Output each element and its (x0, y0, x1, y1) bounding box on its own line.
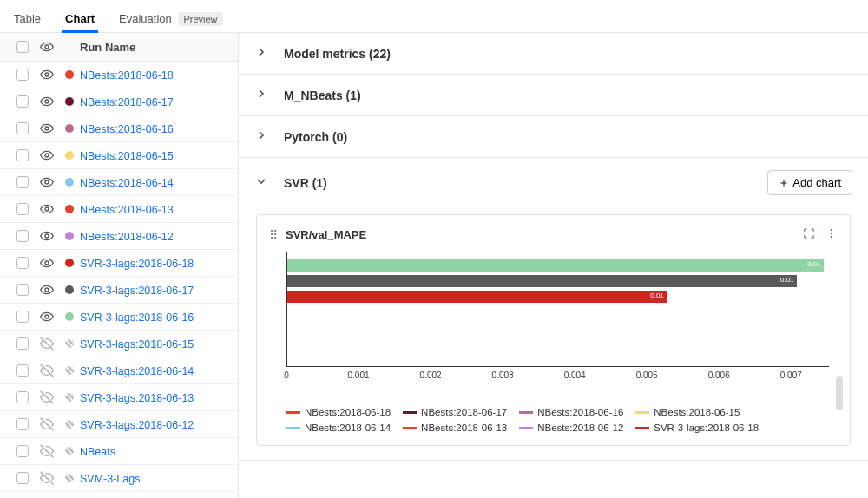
run-name-link[interactable]: SVR-3-lags:2018-06-17 (80, 285, 194, 297)
run-name-link[interactable]: NBests:2018-06-13 (80, 204, 174, 216)
run-name-link[interactable]: SVR-3-lags:2018-06-12 (80, 419, 194, 431)
visibility-toggle[interactable] (35, 390, 59, 404)
fullscreen-icon[interactable] (803, 227, 815, 242)
section-header[interactable]: SVR (1) Add chart (239, 158, 868, 207)
svg-point-7 (45, 234, 49, 238)
run-checkbox[interactable] (16, 257, 29, 269)
run-name-link[interactable]: NBests:2018-06-15 (80, 150, 174, 162)
run-name-link[interactable]: NBests:2018-06-18 (80, 69, 174, 82)
run-checkbox[interactable] (16, 176, 29, 188)
run-name-link[interactable]: SVR-3-lags:2018-06-13 (80, 392, 194, 404)
svg-point-15 (831, 236, 832, 238)
run-checkbox[interactable] (16, 203, 29, 215)
run-name-link[interactable]: SVM-3-Lags (80, 473, 140, 485)
more-menu-icon[interactable] (825, 227, 838, 242)
visibility-toggle[interactable] (35, 229, 59, 243)
run-checkbox[interactable] (16, 391, 29, 403)
run-checkbox[interactable] (16, 337, 29, 350)
tab-table[interactable]: Table (10, 7, 44, 32)
run-row: NBests:2018-06-16 (0, 115, 238, 142)
section-header[interactable]: Pytorch (0) (239, 116, 868, 157)
legend-item: NBests:2018-06-16 (519, 407, 623, 417)
run-checkbox[interactable] (16, 418, 29, 430)
axis-tick: 0.004 (564, 370, 586, 380)
legend-item: NBests:2018-06-14 (286, 423, 391, 433)
run-checkbox[interactable] (16, 311, 29, 323)
legend-label: NBests:2018-06-17 (421, 407, 507, 417)
visibility-toggle[interactable] (35, 364, 59, 377)
run-name-link[interactable]: SVR-3-lags:2018-06-16 (80, 311, 194, 324)
run-checkbox[interactable] (16, 472, 29, 484)
run-checkbox[interactable] (16, 122, 29, 134)
add-chart-button[interactable]: Add chart (767, 170, 852, 195)
legend-item: SVR-3-lags:2018-06-18 (635, 423, 759, 433)
visibility-toggle[interactable] (35, 202, 59, 216)
run-name-link[interactable]: NBests:2018-06-14 (80, 177, 174, 189)
visibility-toggle[interactable] (35, 175, 59, 189)
run-row: SVR-3-lags:2018-06-15 (0, 331, 238, 357)
legend-label: SVR-3-lags:2018-06-18 (654, 423, 759, 433)
run-checkbox[interactable] (16, 69, 29, 81)
chart-legend: NBests:2018-06-18 NBests:2018-06-17 NBes… (286, 407, 829, 433)
run-name-link[interactable]: SVR-3-lags:2018-06-18 (80, 258, 194, 270)
visibility-toggle[interactable] (35, 68, 59, 82)
section-header[interactable]: Model metrics (22) (239, 33, 868, 74)
run-name-link[interactable]: NBests:2018-06-16 (80, 123, 174, 135)
run-checkbox[interactable] (16, 445, 29, 457)
legend-item: NBests:2018-06-12 (519, 423, 623, 433)
run-row: NBests:2018-06-12 (0, 223, 238, 250)
visibility-toggle[interactable] (35, 310, 59, 324)
section-header[interactable]: M_NBeats (1) (239, 75, 868, 115)
visibility-toggle[interactable] (35, 283, 59, 297)
run-name-link[interactable]: SVR-3-lags:2018-06-14 (80, 365, 194, 377)
visibility-toggle[interactable] (35, 337, 59, 351)
run-checkbox[interactable] (16, 364, 29, 377)
svg-point-4 (45, 154, 49, 157)
svg-point-9 (45, 288, 49, 292)
visibility-toggle[interactable] (35, 148, 59, 162)
legend-swatch (635, 411, 649, 414)
visibility-toggle[interactable] (35, 471, 59, 485)
visibility-toggle[interactable] (35, 256, 59, 270)
visibility-toggle[interactable] (35, 444, 59, 458)
chart-panel: Model metrics (22) M_NBeats (1) Pytorch … (239, 33, 868, 498)
tab-chart[interactable]: Chart (62, 7, 98, 32)
svg-point-14 (831, 233, 832, 234)
run-name-link[interactable]: NBests:2018-06-17 (80, 96, 174, 108)
legend-label: NBests:2018-06-14 (305, 423, 391, 433)
legend-label: NBests:2018-06-12 (537, 423, 623, 433)
run-name-link[interactable]: NBeats (80, 446, 115, 458)
legend-item: NBests:2018-06-13 (403, 423, 507, 433)
scrollbar-thumb[interactable] (836, 376, 843, 410)
visibility-toggle[interactable] (35, 121, 59, 135)
visibility-header-icon[interactable] (35, 40, 59, 54)
add-chart-label: Add chart (792, 176, 841, 189)
run-color-dot (65, 339, 74, 348)
section-title: SVR (1) (284, 176, 767, 190)
run-color-dot (65, 447, 74, 455)
run-row: SVR-3-lags:2018-06-12 (0, 411, 238, 438)
run-checkbox[interactable] (16, 284, 29, 296)
visibility-toggle[interactable] (35, 417, 59, 431)
bar-value-label: 0.01 (780, 276, 794, 284)
section-title: Pytorch (0) (284, 130, 852, 144)
run-row: SVR-3-lags:2018-06-13 (0, 384, 238, 411)
run-checkbox[interactable] (16, 149, 29, 161)
run-checkbox[interactable] (16, 95, 29, 108)
run-row: NBeats (0, 438, 238, 465)
run-color-dot (65, 70, 74, 79)
legend-swatch (519, 427, 533, 429)
svg-point-8 (45, 261, 49, 265)
section-title: Model metrics (22) (284, 47, 852, 61)
tab-evaluation[interactable]: Evaluation Preview (115, 7, 226, 32)
select-all-checkbox[interactable] (16, 41, 29, 53)
x-axis (286, 366, 829, 367)
axis-tick: 0.002 (420, 370, 442, 380)
run-checkbox[interactable] (16, 230, 29, 242)
drag-handle-icon[interactable]: ⠿ (269, 228, 279, 242)
run-name-link[interactable]: NBests:2018-06-12 (80, 231, 174, 243)
run-name-link[interactable]: SVR-3-lags:2018-06-15 (80, 338, 194, 351)
legend-label: NBests:2018-06-13 (421, 423, 507, 433)
visibility-toggle[interactable] (35, 95, 59, 108)
axis-tick: 0.005 (636, 370, 658, 380)
